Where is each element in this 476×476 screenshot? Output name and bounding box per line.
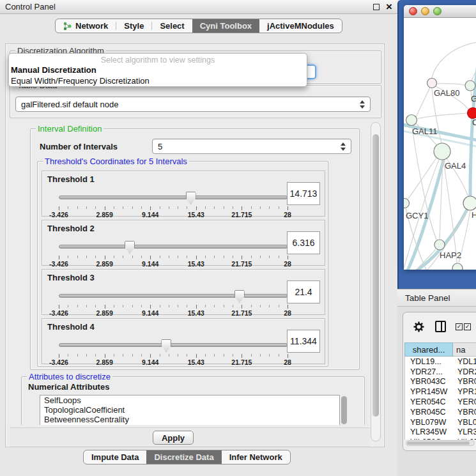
- tab-infer-network[interactable]: Infer Network: [222, 450, 290, 464]
- slider-track[interactable]: [59, 343, 288, 347]
- slider-tick: [68, 354, 68, 357]
- attribute-item[interactable]: TopologicalCoefficient: [40, 405, 339, 415]
- attribute-item[interactable]: BetweennessCentrality: [40, 415, 339, 424]
- table-data-combo[interactable]: galFiltered.sif default node: [15, 96, 371, 112]
- network-canvas[interactable]: GAL80GCGAL11GAL4GCY1HHAP2: [404, 18, 476, 270]
- slider-tick: [141, 256, 142, 258]
- network-node-g[interactable]: [465, 81, 475, 91]
- checkbox-icon[interactable]: ✓: [456, 323, 463, 330]
- slider-tick: [68, 206, 68, 209]
- settings-scrollbar-thumb[interactable]: [372, 134, 379, 417]
- slider-handle[interactable]: [234, 290, 245, 303]
- table-row[interactable]: YDR27...YDR27...: [405, 367, 476, 377]
- algorithm-dropdown-popup: Select algorithm to view settings Manual…: [8, 53, 307, 87]
- threshold-slider[interactable]: -3.4262.8599.14415.4321.71528: [59, 242, 288, 265]
- slider-tick-label: 28: [284, 260, 291, 268]
- number-of-intervals-combo[interactable]: 5: [152, 139, 351, 154]
- slider-tick: [114, 256, 114, 258]
- network-node-hap2[interactable]: [434, 240, 445, 250]
- table-horizontal-scrollbar[interactable]: [406, 440, 475, 446]
- threshold-value-field[interactable]: 14.713: [287, 182, 320, 205]
- gear-icon[interactable]: [413, 321, 424, 332]
- table-hscrollbar-thumb[interactable]: [407, 441, 470, 445]
- table-row[interactable]: YPR145WYPR145W: [405, 387, 476, 397]
- slider-tick: [178, 305, 178, 307]
- column-visibility-icon[interactable]: [435, 321, 446, 332]
- table-toolbar: ✓ ✓: [403, 316, 476, 337]
- control-panel-title: Control Panel: [5, 2, 56, 12]
- table-row[interactable]: YLR345WYLR345W: [405, 427, 476, 438]
- slider-tick: [178, 256, 178, 258]
- cell-shared-name: YDR27...: [405, 367, 454, 376]
- network-node-gal11[interactable]: [406, 115, 417, 126]
- tab-discretize-data[interactable]: Discretize Data: [146, 450, 221, 464]
- column-header-shared-name[interactable]: shared...: [404, 342, 453, 357]
- threshold-label: Threshold 4: [47, 322, 95, 332]
- network-node-c[interactable]: [468, 108, 476, 119]
- slider-track[interactable]: [59, 294, 288, 298]
- table-row[interactable]: YDL19...YDL19...: [405, 357, 476, 367]
- cell-name: YDR27...: [454, 367, 476, 376]
- network-node-h[interactable]: [463, 196, 476, 210]
- table-row[interactable]: YBR043CYBR043C: [405, 377, 476, 387]
- slider-handle[interactable]: [161, 339, 171, 352]
- close-icon[interactable]: ×: [386, 4, 392, 10]
- dropdown-option-manual[interactable]: Manual Discretization: [9, 65, 307, 75]
- slider-tick-label: 9.144: [142, 211, 158, 219]
- threshold-slider[interactable]: -3.4262.8599.14415.4321.71528: [59, 340, 288, 363]
- minimize-traffic-light-icon[interactable]: [421, 7, 429, 15]
- settings-scrollbar[interactable]: [371, 122, 381, 441]
- slider-handle[interactable]: [125, 241, 135, 254]
- table-panel-titlebar: Table Panel: [397, 289, 476, 307]
- tab-impute-data[interactable]: Impute Data: [84, 450, 146, 464]
- slider-tick: [214, 256, 215, 258]
- numerical-attributes-list[interactable]: SelfLoopsTopologicalCoefficientBetweenne…: [40, 395, 340, 425]
- close-traffic-light-icon[interactable]: [409, 7, 417, 15]
- column-header-name[interactable]: na: [453, 342, 476, 357]
- tab-jactivemnodules[interactable]: jActiveMNodules: [259, 19, 342, 33]
- attribute-item[interactable]: SelfLoops: [40, 395, 339, 405]
- tab-cyni-toolbox[interactable]: Cyni Toolbox: [192, 19, 259, 33]
- threshold-value-field[interactable]: 11.344: [287, 330, 320, 353]
- slider-handle[interactable]: [186, 192, 196, 204]
- slider-track[interactable]: [59, 245, 288, 249]
- slider-tick-label: 15.43: [188, 260, 204, 268]
- slider-tick: [233, 305, 233, 307]
- slider-tick: [160, 354, 160, 357]
- network-node-gal4[interactable]: [434, 143, 450, 160]
- slider-tick: [178, 206, 178, 209]
- network-node[interactable]: [452, 263, 463, 270]
- threshold-panel: Threshold 26.316-3.4262.8599.14415.4321.…: [42, 220, 325, 266]
- table-row[interactable]: YIL052CYIL052C: [405, 437, 476, 440]
- slider-tick: [77, 206, 78, 209]
- dropdown-option-equal-width[interactable]: Equal Width/Frequency Discretization: [9, 75, 307, 86]
- threshold-slider[interactable]: -3.4262.8599.14415.4321.71528: [59, 291, 288, 314]
- table-row[interactable]: YBL079WYBL079W: [405, 417, 476, 427]
- attributes-list-scrollbar[interactable]: [341, 396, 347, 424]
- network-node-gal80[interactable]: [427, 79, 437, 88]
- slider-tick: [196, 354, 197, 358]
- zoom-traffic-light-icon[interactable]: [433, 7, 441, 15]
- float-window-icon[interactable]: [373, 4, 380, 10]
- threshold-slider[interactable]: -3.4262.8599.14415.4321.71528: [59, 192, 288, 215]
- slider-tick: [196, 256, 197, 259]
- tab-network[interactable]: Network: [56, 19, 116, 33]
- network-node-gcy1[interactable]: [404, 199, 410, 208]
- tab-style[interactable]: Style: [116, 19, 151, 33]
- cell-name: YDL19...: [454, 357, 476, 366]
- tab-select[interactable]: Select: [152, 19, 192, 33]
- slider-track[interactable]: [59, 196, 288, 199]
- table-row[interactable]: YBR045CYBR045C: [405, 407, 476, 417]
- slider-tick-labels: -3.4262.8599.14415.4321.71528: [59, 260, 288, 268]
- threshold-value-field[interactable]: 6.316: [287, 231, 320, 254]
- cyni-bottom-tabs: Impute Data Discretize Data Infer Networ…: [83, 450, 291, 464]
- checkbox-icon[interactable]: ✓: [464, 323, 471, 330]
- apply-button[interactable]: Apply: [153, 431, 194, 445]
- slider-tick: [233, 206, 233, 209]
- slider-tick: [288, 256, 288, 259]
- threshold-value-field[interactable]: 21.4: [287, 280, 320, 303]
- combo-stepper-icon: [360, 100, 365, 109]
- table-row[interactable]: YER054CYER054C: [405, 397, 476, 407]
- slider-tick-label: 21.715: [231, 211, 252, 219]
- tab-jactivemnodules-label: jActiveMNodules: [267, 21, 334, 31]
